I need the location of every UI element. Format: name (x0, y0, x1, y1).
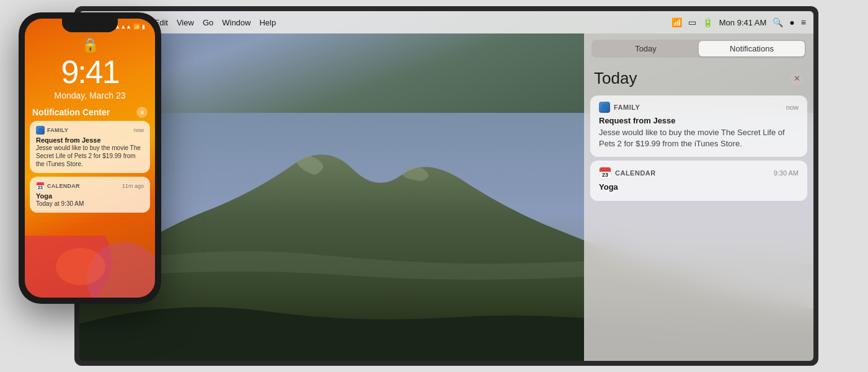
family-icon-glyph: 👤 (601, 104, 608, 111)
iphone-family-app-name: FAMILY (47, 127, 68, 133)
iphone-family-card-header: 👤 FAMILY now (36, 126, 144, 135)
go-menu[interactable]: Go (203, 18, 213, 27)
iphone-family-app-icon: 👤 (36, 126, 45, 135)
iphone-calendar-header: 23 CALENDAR 11m ago (36, 182, 144, 190)
iphone-wifi-icon: 📶 (133, 24, 140, 30)
nc-clear-icon: ✕ (794, 74, 800, 83)
iphone-cal-app: 23 CALENDAR (36, 182, 80, 190)
nc-section-title: Today (594, 69, 637, 88)
nc-card-calendar[interactable]: 23 CALENDAR 9:30 AM Yoga (590, 161, 807, 201)
iphone-cal-app-name: CALENDAR (47, 183, 80, 189)
menubar-time: Mon 9:41 AM (719, 18, 767, 27)
calendar-icon-num: 23 (602, 172, 608, 179)
nc-tabs: Today Notifications (591, 40, 806, 58)
iphone-calendar-body: Today at 9:30 AM (36, 200, 144, 208)
view-menu[interactable]: View (177, 18, 194, 27)
iphone-calendar-app-icon: 23 (36, 182, 45, 190)
nc-card-family[interactable]: 👤 FAMILY now Request from Jesse Jesse wo… (590, 95, 807, 157)
iphone-calendar-time: 11m ago (122, 183, 144, 189)
family-app-name: FAMILY (614, 104, 640, 111)
nc-card-family-header: 👤 FAMILY now (599, 102, 799, 113)
family-app-icon: 👤 (599, 102, 610, 113)
iphone-family-app: 👤 FAMILY (36, 126, 68, 135)
nc-section-header: Today ✕ (584, 64, 813, 92)
calendar-notification-time: 9:30 AM (774, 169, 799, 177)
nc-card-calendar-header: 23 CALENDAR 9:30 AM (599, 167, 799, 179)
macbook:  Finder File Edit View Go Window Help 📶… (74, 6, 818, 366)
nc-card-calendar-app: 23 CALENDAR (599, 167, 656, 179)
help-menu[interactable]: Help (259, 18, 276, 27)
iphone-family-icon-glyph: 👤 (37, 128, 43, 133)
battery-icon: 🔋 (702, 17, 713, 27)
iphone-battery-icon: ▮ (142, 24, 145, 30)
menubar-left:  Finder File Edit View Go Window Help (87, 17, 671, 28)
nc-card-family-app: 👤 FAMILY (599, 102, 640, 113)
calendar-notification-title: Yoga (599, 182, 799, 192)
window-menu[interactable]: Window (222, 18, 250, 27)
menubar:  Finder File Edit View Go Window Help 📶… (79, 11, 813, 33)
family-notification-title: Request from Jesse (599, 116, 799, 125)
iphone-nc-header: Notification Center ✕ (30, 107, 150, 121)
search-icon[interactable]: 🔍 (773, 17, 783, 27)
iphone-family-body: Jesse would like to buy the movie The Se… (36, 144, 144, 168)
menubar-right: 📶 ▭ 🔋 Mon 9:41 AM 🔍 ● ≡ (671, 17, 806, 27)
iphone-time: 9:41 (25, 56, 155, 88)
iphone-family-time: now (133, 127, 144, 133)
iphone-notch (62, 19, 118, 32)
tab-today[interactable]: Today (593, 41, 699, 56)
calendar-app-name: CALENDAR (615, 169, 656, 177)
tab-notifications[interactable]: Notifications (699, 41, 805, 56)
iphone: ▲▲▲ 📶 ▮ 🔒 9:41 Monday, March 23 Notifica… (19, 12, 161, 304)
iphone-cal-icon-num: 23 (38, 185, 43, 190)
iphone-screen: ▲▲▲ 📶 ▮ 🔒 9:41 Monday, March 23 Notifica… (25, 19, 155, 298)
wifi-icon: 📶 (671, 17, 682, 27)
iphone-nc-close-button[interactable]: ✕ (136, 107, 148, 118)
iphone-nc-close-icon: ✕ (140, 109, 144, 116)
iphone-bottom-decoration (25, 236, 155, 298)
iphone-lock-icon: 🔒 (25, 37, 155, 53)
family-notification-body: Jesse would like to buy the movie The Se… (599, 127, 799, 149)
notification-center-icon[interactable]: ≡ (801, 17, 806, 27)
iphone-nc-title: Notification Center (32, 107, 110, 117)
mac-screen:  Finder File Edit View Go Window Help 📶… (79, 11, 813, 361)
iphone-card-family[interactable]: 👤 FAMILY now Request from Jesse Jesse wo… (30, 121, 150, 173)
notification-center-panel: Today Notifications Today ✕ 👤 FAMILY (584, 33, 813, 361)
iphone-date: Monday, March 23 (25, 91, 155, 100)
calendar-app-icon: 23 (599, 167, 611, 179)
iphone-calendar-title: Yoga (36, 192, 144, 200)
siri-icon[interactable]: ● (789, 17, 794, 27)
wave-3 (56, 248, 105, 285)
airplay-icon: ▭ (688, 17, 696, 27)
iphone-family-title: Request from Jesse (36, 136, 144, 144)
family-notification-time: now (786, 104, 799, 111)
iphone-card-calendar[interactable]: 23 CALENDAR 11m ago Yoga Today at 9:30 A… (30, 177, 150, 213)
iphone-status-icons: ▲▲▲ 📶 ▮ (115, 24, 145, 30)
nc-clear-button[interactable]: ✕ (790, 72, 804, 86)
iphone-notification-center: Notification Center ✕ 👤 FAMILY now Requ (30, 107, 150, 213)
